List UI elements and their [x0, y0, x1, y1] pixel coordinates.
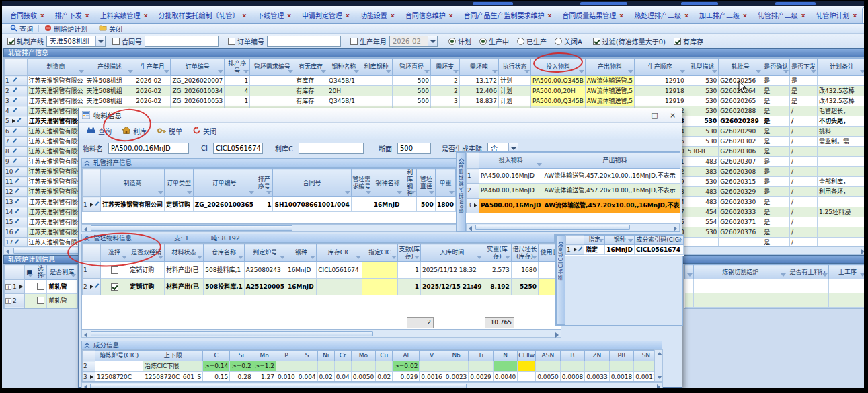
row-checkbox[interactable] [37, 297, 44, 304]
tab-下线管理[interactable]: 下线管理x [251, 7, 297, 23]
column-header[interactable]: 订单类型 [165, 169, 194, 197]
column-header[interactable]: 产线描述 [85, 59, 134, 76]
tab-close-icon[interactable]: x [853, 12, 857, 19]
column-header[interactable]: P [276, 351, 297, 361]
row-header[interactable]: 16 [5, 227, 28, 238]
filter-funnel-icon[interactable] [822, 273, 828, 277]
filter-funnel-icon[interactable] [429, 191, 434, 194]
column-header[interactable]: 产出物料 [543, 153, 680, 169]
column-header[interactable]: 仓库名称 [204, 244, 244, 262]
scroll-left-icon[interactable] [469, 226, 472, 231]
chevron-down-icon[interactable] [428, 36, 437, 46]
tab-close-icon[interactable]: x [548, 12, 552, 19]
row-header[interactable]: 2 [5, 86, 28, 96]
column-header[interactable]: 单重 [435, 169, 455, 197]
row-header[interactable]: 1 [5, 76, 28, 86]
column-header[interactable]: 上工序 [828, 265, 864, 279]
filter-funnel-icon[interactable] [424, 70, 430, 73]
column-header[interactable]: 选择 [101, 244, 128, 262]
column-header[interactable]: N [493, 351, 518, 361]
scroll-right-icon[interactable] [555, 332, 559, 338]
composition-hscrollbar[interactable] [81, 382, 663, 388]
row-header[interactable]: 1 [566, 245, 584, 255]
column-header[interactable]: 订单编号 [171, 59, 225, 76]
column-header[interactable]: 上下限 [143, 351, 203, 361]
column-header[interactable]: 管坯直径 [392, 59, 430, 76]
line-checkbox[interactable] [7, 38, 15, 45]
tab-分批取样委托编制〔轧管〕[interactable]: 分批取样委托编制〔轧管〕x [153, 7, 251, 23]
table-row[interactable]: 3PA500.00,16MnJDAW流体输送管,457.20x10.00,,16… [467, 199, 680, 213]
column-header[interactable]: Al [393, 351, 420, 361]
filter-funnel-icon[interactable] [197, 256, 202, 259]
column-header[interactable]: 孔型描述 [686, 59, 719, 76]
filter-funnel-icon[interactable] [366, 191, 371, 194]
table-row[interactable]: 312508720C12508720C_601_S0.150.281.270.0… [83, 372, 655, 382]
filter-funnel-icon[interactable] [598, 239, 604, 242]
filter-funnel-icon[interactable] [628, 239, 633, 242]
column-header[interactable]: B [560, 351, 585, 361]
scroll-right-icon[interactable] [657, 384, 660, 388]
dialog-title-bar[interactable]: 物料信息 – □ × [79, 108, 682, 123]
filter-funnel-icon[interactable] [477, 256, 482, 259]
column-header[interactable]: 判定炉号 [244, 244, 286, 262]
column-header[interactable]: 有无库存 [294, 59, 327, 76]
collapse-icon[interactable] [84, 343, 90, 349]
filter-funnel-icon[interactable] [187, 191, 192, 194]
filter-funnel-icon[interactable] [811, 70, 816, 73]
row-header[interactable]: 9 [5, 157, 28, 167]
column-header[interactable]: 是否双经销 [128, 244, 165, 262]
row-header[interactable]: 13 [5, 197, 28, 207]
table-row[interactable]: 1定销订购材料产出(已508投料库,1A2508024316MnJDCICL05… [83, 262, 561, 279]
table-row[interactable]: 1江苏天淮钢管有限公天淮508机组2026-02ZG_20260200071有库… [5, 76, 865, 86]
row-header[interactable]: 7 [5, 137, 28, 147]
scroll-right-icon[interactable] [674, 226, 677, 231]
column-header[interactable]: 利库钢种 [360, 59, 392, 76]
filter-funnel-icon[interactable] [158, 256, 163, 259]
filter-funnel-icon[interactable] [524, 70, 530, 73]
column-header[interactable]: CEⅡw [518, 351, 536, 361]
column-header[interactable]: 支数(库存) [398, 244, 421, 262]
column-header[interactable]: 库存CIC [317, 244, 362, 262]
column-header[interactable]: ■ [25, 265, 34, 280]
tab-轧管排产二级[interactable]: 轧管排产二级x [752, 7, 811, 23]
scroll-left-icon[interactable] [84, 227, 87, 232]
tab-排产下发[interactable]: 排产下发x [50, 7, 95, 23]
filter-funnel-icon[interactable] [310, 256, 315, 259]
table-row[interactable]: 2定销订购材料产出(已508投料库,1A2512000516MnJD12025/… [83, 279, 561, 295]
column-header[interactable]: ZN [585, 351, 610, 361]
filter-funnel-icon[interactable] [345, 191, 350, 194]
dialog-liku-button[interactable]: 利库 [120, 126, 155, 136]
filter-funnel-icon[interactable] [860, 273, 864, 277]
collapse-icon[interactable] [84, 236, 90, 243]
row-header[interactable]: 4 [5, 106, 28, 116]
scroll-down-icon[interactable] [657, 376, 662, 379]
radio-closed[interactable] [555, 38, 562, 45]
scroll-left-icon[interactable] [84, 384, 87, 388]
filter-funnel-icon[interactable] [677, 239, 682, 242]
column-header[interactable]: 计划备注 [818, 59, 864, 76]
row-header[interactable]: 1 [83, 197, 101, 212]
tab-close-icon[interactable]: x [619, 12, 623, 19]
table-row[interactable]: 2PA460.00,16MnJDAW流体输送管,457.20x10.00,,16… [467, 184, 680, 199]
table-row[interactable]: 1指定16MnJDCICL0561674 [566, 245, 684, 255]
tab-加工排产二级[interactable]: 加工排产二级x [694, 7, 752, 23]
tab-close-icon[interactable]: x [801, 12, 805, 19]
column-header[interactable]: SN [634, 351, 654, 361]
maximize-button[interactable]: □ [645, 110, 664, 122]
row-header[interactable]: 15 [5, 217, 28, 227]
dialog-schedule-scrollbar[interactable] [81, 224, 457, 232]
column-header[interactable]: 熔炼炉号(CIC) [95, 351, 143, 361]
row-header[interactable]: 3 [5, 96, 28, 106]
filter-funnel-icon[interactable] [218, 70, 223, 73]
column-header[interactable]: Mo [351, 351, 376, 361]
row-header[interactable]: 5 [5, 116, 28, 127]
month-select[interactable]: 2026-02 [389, 36, 438, 47]
tab-close-icon[interactable]: x [743, 12, 747, 19]
row-header[interactable]: 1 [5, 279, 25, 293]
row-header[interactable]: 6 [5, 127, 28, 137]
table-row[interactable]: 1江苏天淮钢管有限公司定销订购ZG_202601003651SH10070866… [83, 197, 456, 212]
filter-funnel-icon[interactable] [532, 256, 537, 259]
filter-funnel-icon[interactable] [783, 70, 789, 73]
tab-close-icon[interactable]: x [144, 12, 148, 19]
row-checkbox[interactable] [37, 283, 44, 290]
